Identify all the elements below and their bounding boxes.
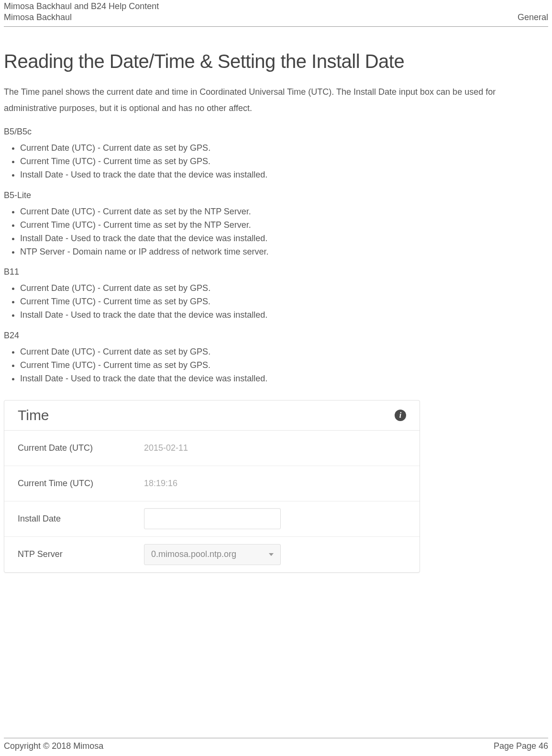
ntp-server-select[interactable]: 0.mimosa.pool.ntp.org bbox=[144, 544, 281, 565]
current-date-label: Current Date (UTC) bbox=[18, 443, 144, 453]
time-panel-header: Time i bbox=[4, 400, 420, 431]
footer-page-number: Page Page 46 bbox=[494, 741, 548, 751]
install-date-label: Install Date bbox=[18, 514, 144, 524]
list-item: NTP Server - Domain name or IP address o… bbox=[20, 245, 548, 259]
section-label-b24: B24 bbox=[4, 331, 548, 341]
header-section: General bbox=[518, 12, 548, 23]
footer-copyright: Copyright © 2018 Mimosa bbox=[4, 741, 103, 751]
list-item: Current Time (UTC) - Current time as set… bbox=[20, 359, 548, 372]
row-current-date: Current Date (UTC) 2015-02-11 bbox=[4, 431, 420, 466]
page-header: Mimosa Backhaul and B24 Help Content Mim… bbox=[4, 0, 548, 27]
list-item: Current Date (UTC) - Current date as set… bbox=[20, 142, 548, 155]
page-footer: Copyright © 2018 Mimosa Page Page 46 bbox=[4, 738, 548, 751]
list-item: Install Date - Used to track the date th… bbox=[20, 232, 548, 245]
section-label-b11: B11 bbox=[4, 267, 548, 277]
list-b5lite: Current Date (UTC) - Current date as set… bbox=[20, 205, 548, 259]
list-item: Current Date (UTC) - Current date as set… bbox=[20, 205, 548, 219]
header-left: Mimosa Backhaul and B24 Help Content Mim… bbox=[4, 1, 159, 23]
intro-paragraph: The Time panel shows the current date an… bbox=[4, 84, 548, 116]
list-b11: Current Date (UTC) - Current date as set… bbox=[20, 282, 548, 322]
header-title-line1: Mimosa Backhaul and B24 Help Content bbox=[4, 1, 159, 12]
ntp-server-value: 0.mimosa.pool.ntp.org bbox=[151, 549, 236, 559]
list-b5: Current Date (UTC) - Current date as set… bbox=[20, 142, 548, 182]
row-current-time: Current Time (UTC) 18:19:16 bbox=[4, 466, 420, 501]
page-title: Reading the Date/Time & Setting the Inst… bbox=[4, 51, 548, 72]
install-date-input[interactable] bbox=[144, 508, 281, 529]
ntp-server-label: NTP Server bbox=[18, 549, 144, 559]
list-item: Install Date - Used to track the date th… bbox=[20, 168, 548, 182]
list-item: Current Time (UTC) - Current time as set… bbox=[20, 155, 548, 168]
list-item: Current Date (UTC) - Current date as set… bbox=[20, 282, 548, 295]
section-label-b5lite: B5-Lite bbox=[4, 190, 548, 200]
list-item: Current Date (UTC) - Current date as set… bbox=[20, 345, 548, 359]
time-panel-title: Time bbox=[18, 407, 49, 423]
list-item: Install Date - Used to track the date th… bbox=[20, 372, 548, 386]
list-item: Current Time (UTC) - Current time as set… bbox=[20, 219, 548, 232]
header-title-line2: Mimosa Backhaul bbox=[4, 12, 159, 23]
section-label-b5: B5/B5c bbox=[4, 127, 548, 137]
list-b24: Current Date (UTC) - Current date as set… bbox=[20, 345, 548, 386]
list-item: Current Time (UTC) - Current time as set… bbox=[20, 295, 548, 309]
current-time-value: 18:19:16 bbox=[144, 478, 177, 489]
list-item: Install Date - Used to track the date th… bbox=[20, 309, 548, 322]
current-time-label: Current Time (UTC) bbox=[18, 478, 144, 489]
current-date-value: 2015-02-11 bbox=[144, 443, 188, 453]
time-panel: Time i Current Date (UTC) 2015-02-11 Cur… bbox=[4, 400, 420, 573]
row-install-date: Install Date bbox=[4, 501, 420, 537]
chevron-down-icon bbox=[269, 553, 274, 556]
row-ntp-server: NTP Server 0.mimosa.pool.ntp.org bbox=[4, 537, 420, 572]
info-icon[interactable]: i bbox=[395, 410, 406, 421]
